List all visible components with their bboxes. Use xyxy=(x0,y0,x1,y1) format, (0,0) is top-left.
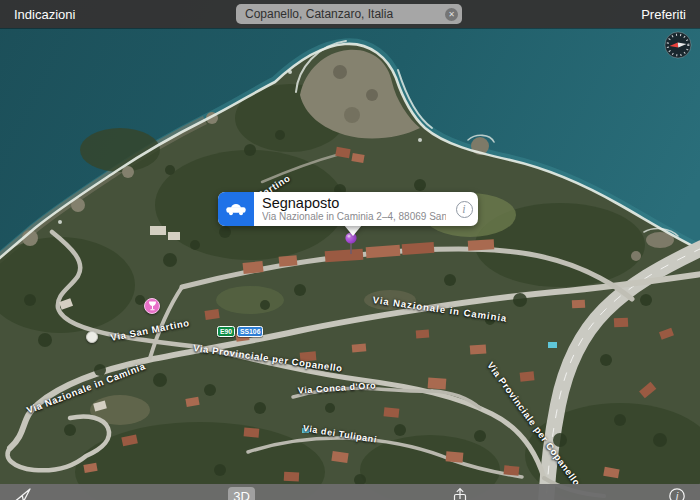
bottom-toolbar xyxy=(0,484,700,500)
directions-toolbar-button[interactable]: Indicazioni xyxy=(0,7,89,22)
compass-icon[interactable] xyxy=(664,31,692,59)
route-shield-e90: E90 xyxy=(217,326,235,337)
placemark-callout[interactable]: Segnaposto Via Nazionale in Caminia 2–4,… xyxy=(218,192,478,226)
callout-subtitle: Via Nazionale in Caminia 2–4, 88069 Sant… xyxy=(262,211,446,223)
route-shield-ss106: SS106 xyxy=(237,326,263,337)
poi-generic-pin[interactable] xyxy=(86,331,98,343)
callout-tail xyxy=(344,225,362,236)
poi-drink-pin[interactable] xyxy=(144,298,160,314)
current-location-icon[interactable] xyxy=(14,487,32,500)
search-input[interactable] xyxy=(245,7,445,21)
search-field[interactable]: ✕ xyxy=(236,4,462,24)
info-glyph: i xyxy=(676,491,679,500)
3d-button[interactable]: 3D xyxy=(228,487,255,500)
car-icon xyxy=(225,202,247,216)
favorites-toolbar-button[interactable]: Preferiti xyxy=(627,7,700,22)
info-icon: i xyxy=(456,201,473,218)
directions-button[interactable] xyxy=(218,192,254,226)
clear-search-icon[interactable]: ✕ xyxy=(445,8,458,21)
callout-text-block: Segnaposto Via Nazionale in Caminia 2–4,… xyxy=(254,193,450,225)
share-icon[interactable] xyxy=(452,487,468,500)
callout-title: Segnaposto xyxy=(262,195,446,211)
top-toolbar: Indicazioni ✕ Preferiti xyxy=(0,0,700,28)
apple-maps-window: Martino Via Nazionale in Caminia Via San… xyxy=(0,0,700,500)
page-info-icon[interactable]: i xyxy=(668,487,686,500)
wine-glass-icon xyxy=(148,301,157,311)
pool xyxy=(548,342,557,348)
callout-info-button[interactable]: i xyxy=(450,201,478,218)
